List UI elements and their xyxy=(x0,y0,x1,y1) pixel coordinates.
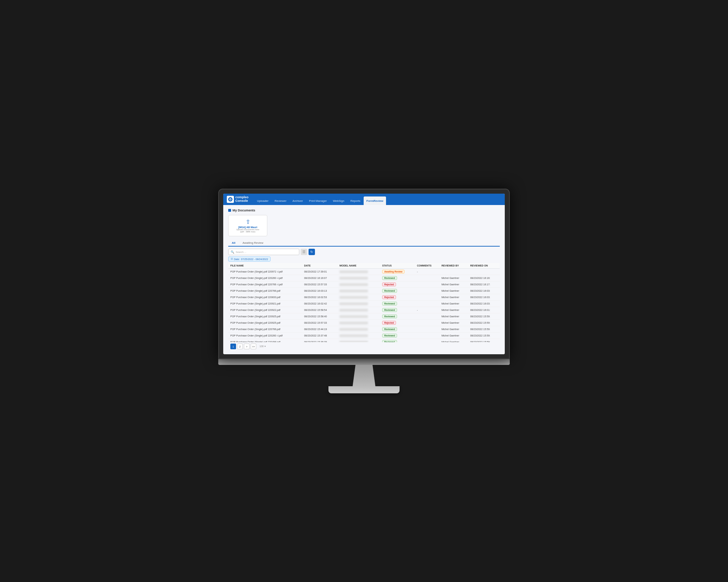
filter-row: 🔍 Search ... ☷ ↻ xyxy=(228,249,500,255)
documents-table: FILE NAME DATE MODEL NAME STATUS COMMENT… xyxy=(228,263,500,342)
nav-uploader[interactable]: Uploader xyxy=(254,196,271,205)
cell-model xyxy=(337,269,380,275)
cell-filename: POP Purchase Order (Single).pdf 220766 -… xyxy=(228,281,302,288)
table-body: POP Purchase Order (Single).pdf 220972 -… xyxy=(228,269,500,343)
cell-reviewed-by: Michel Gaertner xyxy=(439,339,468,343)
cell-status: Reviewed xyxy=(380,307,415,313)
table-row[interactable]: POP Purchase Order (Single).pdf 220260 -… xyxy=(228,333,500,339)
table-row[interactable]: POP Purchase Order (Single).pdf 220833.p… xyxy=(228,294,500,301)
page-1-btn[interactable]: 1 xyxy=(230,344,236,349)
upload-card-title: [MGA] AB Mauri xyxy=(238,226,257,228)
table-row[interactable]: POP Purchase Order (Single).pdf 220921.p… xyxy=(228,301,500,307)
page-2-btn[interactable]: 2 xyxy=(237,344,243,349)
cell-comments xyxy=(415,326,439,333)
top-nav: compleo Console Uploader Reviewer Archiv… xyxy=(223,194,505,205)
date-label: Date: xyxy=(234,258,240,260)
monitor-chin xyxy=(218,359,510,365)
search-box[interactable]: 🔍 Search ... xyxy=(228,249,299,255)
cell-reviewed-by: Michel Gaertner xyxy=(439,275,468,281)
cell-reviewed-on: 08/23/2022 16:03: xyxy=(468,294,500,301)
table-row[interactable]: POP Purchase Order (Single).pdf 220922.p… xyxy=(228,307,500,313)
nav-archiver[interactable]: Archiver xyxy=(290,196,306,205)
cell-date: 08/23/2022 16:02:53 xyxy=(302,294,337,301)
cell-comments xyxy=(415,275,439,281)
cell-comments: - xyxy=(415,307,439,313)
cell-filename: POP Purchase Order (Single).pdf 220833.p… xyxy=(228,294,302,301)
cell-reviewed-on: 08/23/2022 16:17: xyxy=(468,281,500,288)
cell-date: 08/23/2022 16:16:07 xyxy=(302,275,337,281)
upload-card-hint: (pdf - 3MB max) xyxy=(240,231,255,233)
tab-row: All Awaiting Review xyxy=(228,240,500,247)
main-content: My Documents ⇧ [MGA] AB Mauri Upload Doc… xyxy=(223,205,505,354)
cell-model xyxy=(337,301,380,307)
cell-filename: POP Purchase Order (Single).pdf 220766.p… xyxy=(228,326,302,333)
cell-model xyxy=(337,307,380,313)
cell-status: Reviewed xyxy=(380,301,415,307)
page-next-btn[interactable]: > xyxy=(244,344,250,349)
cell-reviewed-by: Michel Gaertner xyxy=(439,301,468,307)
date-filter-badge[interactable]: ☷ Date: 07/25/2022 - 08/24/2022 xyxy=(228,257,271,262)
cell-reviewed-by: Michel Gaertner xyxy=(439,288,468,294)
section-title: My Documents xyxy=(228,209,500,212)
table-header-row: FILE NAME DATE MODEL NAME STATUS COMMENT… xyxy=(228,263,500,269)
tab-awaiting[interactable]: Awaiting Review xyxy=(239,240,267,247)
upload-icon: ⇧ xyxy=(246,219,250,225)
monitor-screen: compleo Console Uploader Reviewer Archiv… xyxy=(218,189,510,359)
nav-formreview[interactable]: FormReview xyxy=(364,196,386,205)
cell-status: Reviewed xyxy=(380,313,415,320)
cell-reviewed-on: 08/23/2022 16:03: xyxy=(468,288,500,294)
cell-comments xyxy=(415,313,439,320)
cell-date: 08/23/2022 16:02:42 xyxy=(302,301,337,307)
cell-date: 08/23/2022 15:58:54 xyxy=(302,307,337,313)
nav-websign[interactable]: WebSign xyxy=(330,196,347,205)
status-badge: Reviewed xyxy=(382,308,397,312)
status-badge: Reviewed xyxy=(382,289,397,293)
cell-date: 08/23/2022 15:44:19 xyxy=(302,326,337,333)
table-row[interactable]: POP Purchase Order (Single).pdf 220925.p… xyxy=(228,320,500,326)
cell-reviewed-on: 08/23/2022 15:59: xyxy=(468,326,500,333)
logo-area: compleo Console xyxy=(227,196,248,203)
table-row[interactable]: POP Purchase Order (Single).pdf 220766 -… xyxy=(228,281,500,288)
cell-model xyxy=(337,294,380,301)
status-badge: Reviewed xyxy=(382,334,397,338)
nav-reviewer[interactable]: Reviewer xyxy=(272,196,289,205)
cell-reviewed-on: 08/23/2022 15:59: xyxy=(468,333,500,339)
pagination: 1 2 > >> 100 ▾ xyxy=(228,342,500,351)
date-value: 07/25/2022 - 08/24/2022 xyxy=(241,258,268,260)
cell-date: 08/23/2022 16:03:13 xyxy=(302,288,337,294)
col-model-name: MODEL NAME xyxy=(337,263,380,269)
svg-point-2 xyxy=(230,199,231,200)
cell-reviewed-by: Michel Gaertner xyxy=(439,320,468,326)
refresh-button[interactable]: ↻ xyxy=(309,249,315,255)
cell-reviewed-by: Michel Gaertner xyxy=(439,313,468,320)
cell-filename: POP Purchase Order (Single).pdf 220925.p… xyxy=(228,320,302,326)
cell-date: 08/23/2022 15:57:33 xyxy=(302,281,337,288)
cell-model xyxy=(337,326,380,333)
page-last-btn[interactable]: >> xyxy=(251,344,256,349)
cell-date: 08/23/2022 15:57:33 xyxy=(302,320,337,326)
filter-button[interactable]: ☷ xyxy=(301,249,307,255)
cell-status: Reviewed xyxy=(380,326,415,333)
nav-reports[interactable]: Reports xyxy=(348,196,363,205)
table-row[interactable]: POP Purchase Order (Single).pdf 220972 -… xyxy=(228,269,500,275)
col-comments: COMMENTS xyxy=(415,263,439,269)
table-row[interactable]: POP Purchase Order (Single).pdf 220766.p… xyxy=(228,326,500,333)
table-row[interactable]: POP Purchase Order (Single).pdf 220260 -… xyxy=(228,275,500,281)
status-badge: Rejected xyxy=(382,295,396,299)
cell-comments: - xyxy=(415,269,439,275)
cell-date: 08/23/2022 15:36:39 xyxy=(302,339,337,343)
tab-all[interactable]: All xyxy=(228,240,239,247)
table-row[interactable]: POP Purchase Order (Single).pdf 220925.p… xyxy=(228,313,500,320)
menu-tabs: Uploader Reviewer Archiver Print Manager… xyxy=(254,194,386,205)
search-placeholder: Search ... xyxy=(236,251,246,253)
monitor-base xyxy=(328,386,400,393)
cell-filename: POP Purchase Order (Single).pdf 220766.p… xyxy=(228,288,302,294)
cell-reviewed-on: 08/23/2022 16:01: xyxy=(468,307,500,313)
cell-reviewed-on: 08/23/2022 15:59: xyxy=(468,320,500,326)
cell-reviewed-by: Michel Gaertner xyxy=(439,326,468,333)
table-row[interactable]: POP Purchase Order (Single).pdf 220766.p… xyxy=(228,288,500,294)
upload-card[interactable]: ⇧ [MGA] AB Mauri Upload Documents here (… xyxy=(228,215,267,236)
nav-print-manager[interactable]: Print Manager xyxy=(306,196,330,205)
table-row[interactable]: POP Purchase Order (Single).pdf 220498.p… xyxy=(228,339,500,343)
cell-filename: POP Purchase Order (Single).pdf 220260 -… xyxy=(228,275,302,281)
